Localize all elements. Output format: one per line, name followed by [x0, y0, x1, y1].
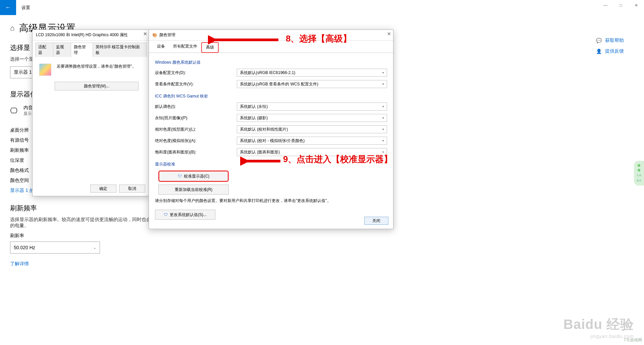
color-management-icon — [39, 64, 51, 76]
perceptual-label: 永恒(照片图像)(P): — [155, 115, 237, 121]
tab-devices[interactable]: 设备 — [153, 42, 169, 53]
dialog-body: 若要调整颜色管理设置，请单击"颜色管理"。 颜色管理(M)... — [33, 57, 149, 94]
display-properties-dialog: LCD 1920x1080 和 Intel(R) HD Graphics 400… — [32, 29, 150, 196]
maximize-button[interactable]: □ — [613, 0, 629, 11]
shield-icon: 🛡 — [164, 212, 168, 217]
perceptual-select[interactable]: 系统默认 (摄影)▾ — [237, 114, 387, 122]
chevron-down-icon: ▾ — [382, 116, 384, 120]
refresh-selector[interactable]: 50.020 Hz ⌄ — [10, 242, 100, 254]
dialog-title: 颜色管理 — [159, 32, 175, 38]
dialog-title: LCD 1920x1080 和 Intel(R) HD Graphics 400… — [36, 32, 128, 38]
refresh-label: 刷新率 — [10, 233, 634, 239]
shield-icon: 🛡 — [178, 174, 182, 179]
close-icon[interactable]: ✕ — [143, 31, 147, 37]
chevron-down-icon: ▾ — [382, 82, 384, 86]
reload-calibration-button[interactable]: 重新加载当前校准(R) — [158, 185, 229, 195]
status-dot-icon — [638, 169, 640, 171]
feedback-icon: 👤 — [596, 49, 602, 54]
color-icon: 🎨 — [152, 33, 157, 38]
learn-more-link[interactable]: 了解详情 — [10, 261, 29, 267]
close-icon[interactable]: ✕ — [387, 31, 391, 37]
side-value: 1.6 — [637, 174, 641, 177]
get-help-link[interactable]: 💬获取帮助 — [596, 38, 624, 44]
calibrate-display-button[interactable]: 🛡校准显示器(C) — [158, 170, 229, 182]
saturation-label: 饱和度(图表和图形)(B): — [155, 149, 237, 155]
chevron-down-icon: ▾ — [382, 128, 384, 131]
color-body: Windows 颜色系统默认值 设备配置文件(D):系统默认(sRGB IEC6… — [149, 53, 393, 224]
tab-adapter[interactable]: 适配器 — [35, 43, 53, 57]
device-profile-select[interactable]: 系统默认(sRGB IEC61966-2.1)▾ — [237, 69, 387, 77]
minimize-button[interactable]: — — [598, 0, 613, 11]
default-intent-select[interactable]: 系统默认 (永恒)▾ — [237, 102, 387, 111]
change-system-defaults-button[interactable]: 🛡更改系统默认值(S)... — [155, 210, 215, 220]
refresh-value: 50.020 Hz — [14, 245, 35, 250]
group-windows-defaults: Windows 颜色系统默认值 — [155, 60, 387, 65]
dialog-tabs: 适配器 监视器 颜色管理 英特尔® 核芯显卡控制面板 — [33, 41, 149, 57]
display-selector-value: 显示器 1: — [14, 69, 33, 75]
tab-monitor[interactable]: 监视器 — [53, 43, 71, 57]
chevron-down-icon: ▾ — [382, 105, 384, 108]
help-icon: 💬 — [596, 38, 602, 43]
side-value: 6.0 — [637, 179, 641, 182]
home-icon[interactable]: ⌂ — [10, 24, 14, 32]
watermark-logo: Baidu 经验 — [564, 315, 634, 334]
relative-select[interactable]: 系统默认 (校对和线性图片)▾ — [237, 125, 387, 133]
tab-color-management[interactable]: 颜色管理 — [71, 43, 93, 57]
tab-intel[interactable]: 英特尔® 核芯显卡控制面板 — [93, 43, 147, 57]
side-widget: 1.6 6.0 — [634, 161, 644, 186]
window-controls: — □ ✕ — [598, 0, 644, 11]
annotation-8: 8、选择【高级】 — [286, 33, 352, 45]
refresh-text: 选择显示器的刷新频率。较高的速度可提供更流畅的运动，同时也会消耗更多的电量。 — [10, 217, 171, 229]
annotation-9: 9、点击进入【校准显示器】 — [283, 153, 392, 165]
color-management-dialog: 🎨 颜色管理 ✕ 设备 所有配置文件 高级 Windows 颜色系统默认值 设备… — [149, 29, 393, 229]
color-management-info: 若要调整颜色管理设置，请单击"颜色管理"。 — [57, 64, 136, 69]
dialog-footer: 确定 取消 — [90, 185, 145, 193]
internal-display-label: 内音 — [23, 105, 33, 111]
color-note: 请分别存储对每个用户的颜色设置。要对新用户和共享打印机进行更改，请单击"更改系统… — [155, 198, 387, 204]
color-management-button[interactable]: 颜色管理(M)... — [55, 82, 139, 90]
chevron-down-icon: ▾ — [382, 71, 384, 74]
internal-display-sub: 显示 — [23, 111, 33, 117]
settings-header: ← 设置 — [0, 0, 644, 15]
close-button[interactable]: 关闭 — [364, 217, 388, 225]
device-profile-label: 设备配置文件(D): — [155, 70, 237, 76]
tab-all-profiles[interactable]: 所有配置文件 — [169, 42, 201, 53]
chevron-down-icon: ▾ — [382, 139, 384, 142]
viewing-profile-select[interactable]: 系统默认(sRGB 查看条件的 WCS 配置文件)▾ — [237, 80, 387, 88]
relative-label: 相对色度(线型图片)(L): — [155, 127, 237, 132]
monitor-icon: 🖵 — [10, 107, 17, 115]
group-icc-wcs: ICC 调色到 WCS Gamut 映射 — [155, 93, 387, 99]
arrow-icon — [208, 35, 282, 45]
corner-logo: 7号游戏网 — [624, 337, 642, 343]
watermark: Baidu 经验 jingyan.baidu.com — [564, 315, 634, 339]
default-intent-label: 默认调色(I): — [155, 104, 237, 110]
absolute-label: 绝对色度(模拟纸张)(A): — [155, 138, 237, 144]
close-button[interactable]: ✕ — [629, 0, 644, 11]
right-links: 💬获取帮助 👤提供反馈 — [596, 38, 624, 54]
back-button[interactable]: ← — [0, 0, 16, 15]
give-feedback-link[interactable]: 👤提供反馈 — [596, 48, 624, 54]
cancel-button[interactable]: 取消 — [119, 185, 145, 193]
arrow-icon — [240, 156, 284, 166]
ok-button[interactable]: 确定 — [90, 185, 116, 193]
viewing-profile-label: 查看条件配置文件(V): — [155, 81, 237, 87]
dialog-titlebar[interactable]: LCD 1920x1080 和 Intel(R) HD Graphics 400… — [33, 30, 149, 41]
status-dot-icon — [638, 164, 640, 167]
absolute-select[interactable]: 系统默认 (校对 - 模拟纸张/介质颜色)▾ — [237, 137, 387, 145]
chevron-down-icon: ⌄ — [93, 246, 96, 250]
color-footer: 关闭 — [364, 217, 388, 225]
settings-title: 设置 — [21, 5, 30, 11]
